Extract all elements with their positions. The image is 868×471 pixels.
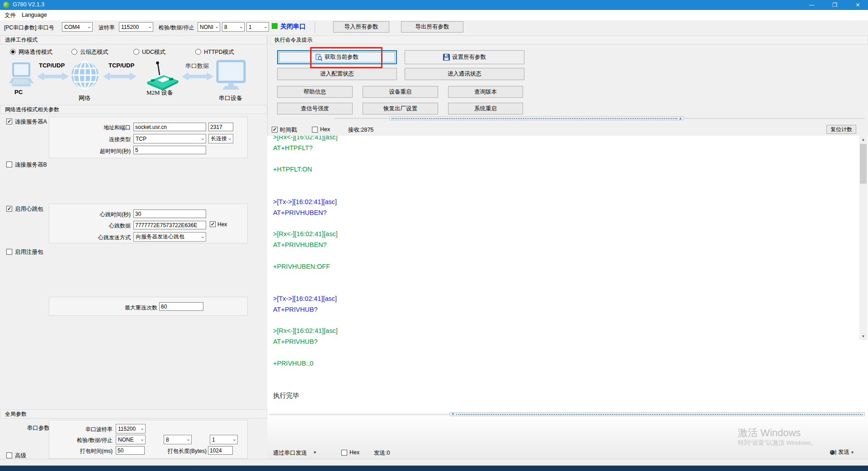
send-via-serial-button[interactable]: 通过串口发送 [273, 449, 307, 457]
hb-time-input[interactable]: 30 [133, 209, 206, 218]
taskbar-strip [0, 466, 868, 471]
factory-reset-button[interactable]: 恢复出厂设置 [363, 103, 438, 114]
databits-select[interactable]: 8⌄ [222, 22, 245, 32]
send-splitter-handle[interactable]: ▼ [449, 412, 865, 416]
export-params-button[interactable]: 导出所有参数 [401, 21, 463, 33]
scrollbar-thumb[interactable] [860, 144, 867, 184]
send-hex-checkbox[interactable] [341, 450, 347, 456]
chevron-down-icon: ⌄ [264, 24, 268, 29]
register-checkbox[interactable] [6, 249, 12, 255]
server-b-checkbox[interactable] [6, 162, 12, 167]
log-splitter-handle[interactable]: ▲ [389, 116, 684, 120]
m2m-device-icon [144, 61, 180, 91]
maximize-icon: ❐ [832, 2, 837, 8]
timeout-input[interactable]: 5 [133, 146, 206, 154]
log-line: +PRIVHUB:,0 [273, 358, 868, 369]
cmd-panel-header: 执行命令及提示 [270, 35, 868, 44]
hb-hex-label[interactable]: Hex [217, 221, 227, 228]
heartbeat-checkbox[interactable]: ✓ [6, 206, 12, 212]
set-all-params-button[interactable]: 设置所有参数 [405, 50, 524, 64]
radio-cloud-mode[interactable] [71, 49, 77, 55]
chevron-down-icon: ⌄ [87, 24, 91, 29]
radio-udc-label[interactable]: UDC模式 [142, 48, 165, 56]
log-scrollbar[interactable]: ▲ ▼ [859, 136, 867, 340]
chevron-down-icon: ⌄ [201, 135, 205, 141]
minimize-button[interactable]: — [802, 0, 822, 10]
help-info-button[interactable]: 帮助信息 [277, 86, 353, 98]
baud-select[interactable]: 115200⌄ [119, 22, 153, 32]
send-hex-label[interactable]: Hex [349, 449, 359, 456]
send-button[interactable]: 发送 ▾ [829, 448, 854, 456]
close-port-button[interactable]: 关闭串口 [280, 23, 306, 31]
log-hex-label[interactable]: Hex [320, 126, 330, 133]
g-baud-select[interactable]: 115200⌄ [116, 424, 146, 433]
g-databits-select[interactable]: 8⌄ [164, 435, 192, 444]
g-parity-select[interactable]: NONE⌄ [116, 435, 146, 444]
server-a-checkbox[interactable]: ✓ [6, 119, 12, 124]
enter-comm-button[interactable]: 进入通讯状态 [405, 68, 524, 80]
radio-net-transparent-label[interactable]: 网络透传模式 [19, 48, 52, 56]
hb-mode-label: 心跳发送方式 [49, 234, 131, 242]
minimize-icon: — [809, 2, 815, 8]
stopbits-select[interactable]: 1⌄ [246, 22, 269, 32]
heartbeat-fieldbox: 心跳时间(秒) 30 心跳数据 7777772E7573722E636E ✓ H… [49, 204, 248, 243]
scroll-up-icon[interactable]: ▲ [859, 136, 867, 143]
log-output[interactable]: >[Rx<-][16:02:41][asc]AT+HTPFLT? +HTPFLT… [267, 136, 868, 413]
log-line: AT+PRIVHUBEN? [273, 240, 868, 251]
log-line: +PRIVHUBEN:OFF [273, 262, 868, 272]
log-hex-checkbox[interactable] [312, 127, 318, 133]
reset-counter-button[interactable]: 复位计数 [826, 125, 856, 134]
enter-config-button[interactable]: 进入配置状态 [277, 68, 397, 80]
radio-cloud-label[interactable]: 云组态模式 [80, 48, 108, 56]
menu-language[interactable]: Language [22, 12, 47, 18]
import-params-button[interactable]: 导入所有参数 [333, 21, 389, 33]
query-signal-button[interactable]: 查信号强度 [277, 103, 353, 114]
hb-data-input[interactable]: 7777772E7573722E636E [133, 221, 206, 229]
radio-httpd-mode[interactable] [195, 49, 201, 55]
system-reboot-button[interactable]: 系统重启 [448, 103, 523, 114]
log-line: >[Rx<-][16:02:41][asc] [273, 229, 868, 240]
com-port-select[interactable]: COM4⌄ [62, 22, 93, 32]
conn-type-select[interactable]: TCP⌄ [133, 134, 206, 143]
splitter-dots [456, 414, 863, 415]
radio-httpd-label[interactable]: HTTPD模式 [204, 48, 234, 56]
reconnect-label: 最大重连次数 [49, 304, 157, 312]
timestamp-checkbox[interactable]: ✓ [272, 127, 278, 133]
title-bar[interactable]: G780 V2.1.3 — ❐ ✕ [0, 0, 868, 10]
server-a-label[interactable]: 连接服务器A [15, 118, 47, 126]
port-open-status-icon [272, 23, 278, 29]
g-stopbits-select[interactable]: 1⌄ [210, 435, 238, 444]
scroll-down-icon[interactable]: ▼ [859, 333, 867, 340]
chevron-down-icon: ⌄ [140, 425, 144, 431]
maximize-button[interactable]: ❐ [825, 0, 845, 10]
radio-udc-mode[interactable] [133, 49, 139, 55]
workmode-header: 选择工作模式 [0, 35, 267, 44]
radio-net-transparent-mode[interactable] [10, 49, 16, 55]
device-reboot-button[interactable]: 设备重启 [363, 86, 438, 98]
advanced-checkbox[interactable] [6, 452, 12, 458]
log-line [273, 218, 868, 229]
server-addr-input[interactable]: socket.usr.cn [133, 123, 206, 131]
keepalive-select[interactable]: 长连接⌄ [208, 134, 233, 143]
hb-mode-select[interactable]: 向服务器发送心跳包⌄ [133, 232, 206, 242]
reconnect-input[interactable]: 60 [159, 302, 203, 311]
server-port-input[interactable]: 2317 [208, 123, 233, 131]
pack-time-input[interactable]: 50 [116, 446, 145, 455]
close-button[interactable]: ✕ [848, 0, 868, 10]
log-line: >[Tx->][16:02:41][asc] [273, 294, 868, 304]
heartbeat-label[interactable]: 启用心跳包 [15, 205, 43, 213]
check-icon: ✓ [273, 127, 277, 132]
register-label[interactable]: 启用注册包 [15, 248, 43, 256]
hb-hex-checkbox[interactable]: ✓ [210, 221, 216, 227]
pack-len-input[interactable]: 1024 [208, 446, 233, 455]
conn-type-label: 连接类型 [49, 136, 131, 143]
dropdown-arrow-icon[interactable]: ▾ [314, 450, 316, 455]
timestamp-label[interactable]: 时间戳 [280, 126, 297, 134]
serial-device-node-label: 串口设备 [219, 94, 242, 102]
query-version-button[interactable]: 查询版本 [448, 86, 523, 98]
server-b-label[interactable]: 连接服务器B [15, 161, 47, 169]
toolbar: [PC串口参数]:串口号 COM4⌄ 波特率 115200⌄ 检验/数据/停止 … [0, 20, 868, 34]
parity-select[interactable]: NONI⌄ [198, 22, 220, 32]
menu-file[interactable]: 文件 [5, 12, 16, 19]
splitter-dots [392, 118, 677, 119]
